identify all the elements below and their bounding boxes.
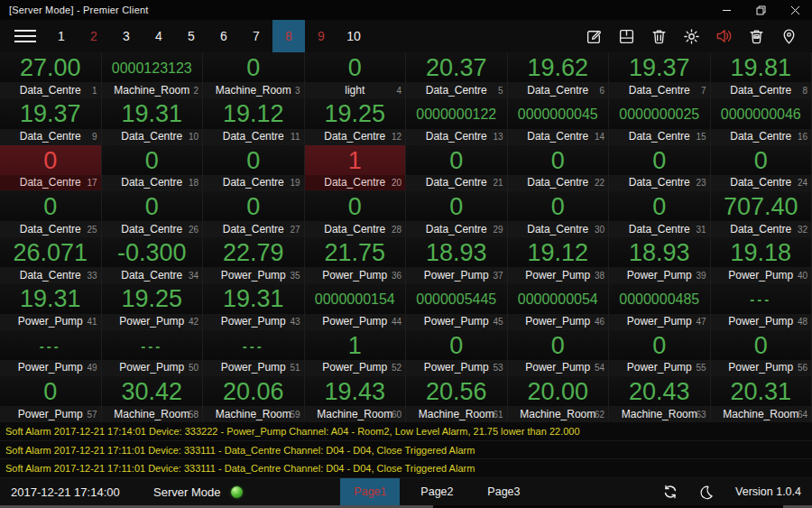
- channel-cell[interactable]: 19.31 Data_Centre 10: [102, 98, 204, 144]
- channel-cell[interactable]: -0.300 Data_Centre 34: [102, 237, 204, 283]
- channel-cell[interactable]: 19.25 Power_Pump 42: [102, 283, 204, 329]
- tab-10[interactable]: 10: [337, 20, 370, 52]
- channel-index: 16: [798, 132, 807, 142]
- channel-index: 7: [701, 85, 706, 95]
- channel-cell[interactable]: 20.00 Machine_Room 62: [508, 376, 610, 422]
- channel-cell[interactable]: 0 Power_Pump 53: [406, 330, 508, 376]
- channel-value: ---: [203, 330, 304, 360]
- channel-cell[interactable]: 0 Data_Centre 22: [508, 145, 610, 191]
- tab-3[interactable]: 3: [110, 20, 143, 52]
- channel-cell[interactable]: 0 Data_Centre 21: [406, 145, 508, 191]
- channel-cell[interactable]: 26.071 Data_Centre 33: [0, 237, 102, 283]
- tab-1[interactable]: 1: [45, 20, 78, 52]
- channel-cell[interactable]: 0 Data_Centre 24: [711, 145, 812, 191]
- channel-cell[interactable]: 0000005445 Power_Pump 45: [406, 283, 508, 329]
- channel-cell[interactable]: 27.00 Data_Centre 1: [0, 52, 102, 98]
- channel-cell[interactable]: 19.31 Power_Pump 43: [203, 283, 305, 329]
- channel-cell[interactable]: 0 light 4: [305, 52, 407, 98]
- alarm-message[interactable]: Soft Alarm 2017-12-21 17:11:01 Device: 3…: [0, 459, 812, 478]
- channel-cell[interactable]: 19.43 Machine_Room 60: [305, 376, 407, 422]
- location-pin-icon[interactable]: [772, 20, 805, 52]
- channel-cell[interactable]: 18.93 Power_Pump 37: [406, 237, 508, 283]
- channel-cell[interactable]: 0000000485 Power_Pump 47: [609, 283, 711, 329]
- channel-cell[interactable]: --- Power_Pump 51: [203, 330, 305, 376]
- channel-cell[interactable]: 20.06 Machine_Room 59: [203, 376, 305, 422]
- channel-label: Data_Centre: [20, 176, 81, 189]
- channel-cell[interactable]: 0000000025 Data_Centre 15: [609, 98, 711, 144]
- page-tab-page2[interactable]: Page2: [407, 478, 466, 505]
- channel-cell[interactable]: 19.25 Data_Centre 12: [305, 98, 407, 144]
- trash-icon[interactable]: [642, 20, 675, 52]
- channel-cell[interactable]: 22.79 Power_Pump 35: [203, 237, 305, 283]
- alarm-message[interactable]: Soft Alarm 2017-12-21 17:14:01 Device: 3…: [0, 422, 812, 441]
- channel-cell[interactable]: 20.31 Machine_Room 64: [711, 376, 812, 422]
- channel-cell[interactable]: --- Power_Pump 48: [711, 283, 812, 329]
- channel-cell[interactable]: 0 Data_Centre 23: [609, 145, 711, 191]
- channel-cell[interactable]: 1 Data_Centre 20: [305, 145, 407, 191]
- channel-cell[interactable]: 0 Data_Centre 30: [508, 191, 610, 237]
- channel-cell[interactable]: 0 Data_Centre 19: [203, 145, 305, 191]
- channel-cell[interactable]: 0 Data_Centre 31: [609, 191, 711, 237]
- settings-gear-icon[interactable]: [675, 20, 707, 52]
- channel-cell[interactable]: 0000000054 Power_Pump 46: [508, 283, 610, 329]
- menu-icon[interactable]: [0, 20, 45, 52]
- channel-cell[interactable]: 0 Data_Centre 18: [102, 145, 204, 191]
- channel-cell[interactable]: 0 Data_Centre 17: [0, 145, 102, 191]
- channel-cell[interactable]: 0000000122 Data_Centre 13: [406, 98, 508, 144]
- channel-value: 0: [0, 376, 101, 406]
- channel-cell[interactable]: 19.37 Data_Centre 9: [0, 98, 102, 144]
- channel-cell[interactable]: 19.12 Power_Pump 38: [508, 237, 610, 283]
- tab-4[interactable]: 4: [143, 20, 175, 52]
- channel-cell[interactable]: 0 Power_Pump 57: [0, 376, 102, 422]
- channel-cell[interactable]: 1 Power_Pump 52: [305, 330, 407, 376]
- channel-cell[interactable]: 0 Data_Centre 28: [305, 191, 407, 237]
- moon-icon[interactable]: [698, 485, 714, 500]
- channel-cell[interactable]: 0000123123 Machine_Room 2: [102, 52, 204, 98]
- close-button[interactable]: [778, 0, 812, 20]
- channel-cell[interactable]: 0000000154 Power_Pump 44: [305, 283, 407, 329]
- save-icon[interactable]: [610, 20, 642, 52]
- channel-cell[interactable]: 20.37 Data_Centre 5: [406, 52, 508, 98]
- channel-cell[interactable]: 0 Data_Centre 25: [0, 191, 102, 237]
- volume-icon[interactable]: [707, 20, 740, 52]
- page-tab-page3[interactable]: Page3: [474, 478, 533, 505]
- edit-icon[interactable]: [577, 20, 610, 52]
- tab-2[interactable]: 2: [78, 20, 110, 52]
- channel-cell[interactable]: 19.12 Data_Centre 11: [203, 98, 305, 144]
- clear-images-icon[interactable]: [740, 20, 772, 52]
- channel-cell[interactable]: 20.43 Machine_Room 63: [609, 376, 711, 422]
- channel-cell[interactable]: 19.62 Data_Centre 6: [508, 52, 610, 98]
- channel-cell[interactable]: 0 Data_Centre 26: [102, 191, 204, 237]
- channel-cell[interactable]: 0 Power_Pump 56: [711, 330, 812, 376]
- tab-6[interactable]: 6: [208, 20, 240, 52]
- channel-cell[interactable]: 30.42 Machine_Room 58: [102, 376, 204, 422]
- tab-9[interactable]: 9: [305, 20, 337, 52]
- channel-cell[interactable]: 19.18 Power_Pump 40: [711, 237, 812, 283]
- sync-icon[interactable]: [662, 484, 678, 500]
- channel-cell[interactable]: 21.75 Power_Pump 36: [305, 237, 407, 283]
- channel-cell[interactable]: 0000000046 Data_Centre 16: [711, 98, 812, 144]
- tab-8[interactable]: 8: [272, 20, 305, 52]
- channel-cell[interactable]: 0 Machine_Room 3: [203, 52, 305, 98]
- minimize-button[interactable]: [709, 0, 743, 20]
- channel-cell[interactable]: 0 Power_Pump 55: [609, 330, 711, 376]
- channel-cell[interactable]: --- Power_Pump 49: [0, 330, 102, 376]
- channel-label: Data_Centre: [121, 223, 182, 236]
- channel-cell[interactable]: 0 Data_Centre 27: [203, 191, 305, 237]
- page-tab-page1[interactable]: Page1: [340, 478, 400, 505]
- channel-cell[interactable]: --- Power_Pump 50: [102, 330, 204, 376]
- channel-cell[interactable]: 0000000045 Data_Centre 14: [508, 98, 610, 144]
- channel-cell[interactable]: 707.40 Data_Centre 32: [711, 191, 812, 237]
- channel-index: 25: [87, 224, 97, 234]
- channel-cell[interactable]: 0 Power_Pump 54: [508, 330, 610, 376]
- channel-cell[interactable]: 20.56 Machine_Room 61: [406, 376, 508, 422]
- channel-cell[interactable]: 19.31 Power_Pump 41: [0, 283, 102, 329]
- restore-button[interactable]: [743, 0, 778, 20]
- channel-cell[interactable]: 0 Data_Centre 29: [406, 191, 508, 237]
- alarm-message[interactable]: Soft Alarm 2017-12-21 17:11:01 Device: 3…: [0, 441, 812, 460]
- channel-cell[interactable]: 19.81 Data_Centre 8: [711, 52, 812, 98]
- tab-5[interactable]: 5: [175, 20, 208, 52]
- tab-7[interactable]: 7: [240, 20, 272, 52]
- channel-cell[interactable]: 18.93 Power_Pump 39: [609, 237, 711, 283]
- channel-cell[interactable]: 19.37 Data_Centre 7: [609, 52, 711, 98]
